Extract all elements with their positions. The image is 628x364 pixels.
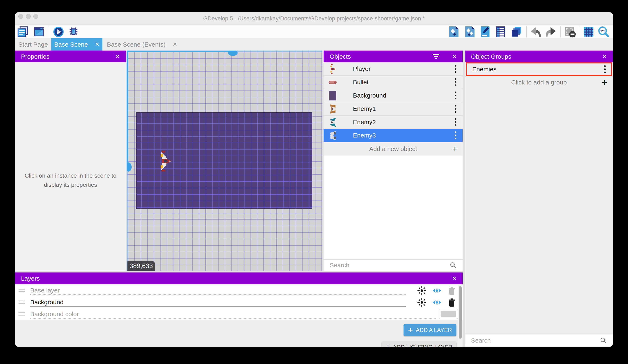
effects-icon[interactable] bbox=[417, 298, 427, 307]
add-object-label: Add a new object bbox=[369, 145, 417, 152]
redo-icon[interactable] bbox=[545, 26, 557, 38]
object-row-enemy3[interactable]: Enemy3 bbox=[323, 129, 463, 142]
object-menu-icon[interactable] bbox=[455, 118, 457, 126]
tab-label: Base Scene bbox=[54, 41, 88, 48]
objects-search-input[interactable]: Search bbox=[323, 259, 463, 271]
group-menu-icon[interactable] bbox=[604, 65, 606, 73]
object-menu-icon[interactable] bbox=[455, 131, 457, 139]
trash-icon[interactable] bbox=[447, 286, 457, 295]
close-panel-icon[interactable] bbox=[452, 275, 457, 282]
play-icon[interactable] bbox=[53, 26, 65, 38]
object-menu-icon[interactable] bbox=[455, 65, 457, 73]
object-groups-panel: Object Groups Enemies Click to add a gro… bbox=[465, 51, 613, 347]
search-icon bbox=[600, 337, 607, 344]
v-scrollbar-track[interactable] bbox=[127, 167, 128, 271]
grid-icon[interactable] bbox=[583, 26, 595, 38]
effects-icon[interactable] bbox=[417, 286, 427, 295]
object-row-player[interactable]: Player bbox=[323, 62, 463, 76]
svg-text:1:1: 1:1 bbox=[600, 29, 605, 33]
trash-icon[interactable] bbox=[447, 298, 457, 307]
layer-row-background[interactable]: Background bbox=[15, 296, 463, 308]
toolbar-divider bbox=[579, 26, 579, 37]
object-name: Enemy1 bbox=[353, 105, 376, 112]
layers-list: Base layer Background Background color bbox=[15, 285, 463, 320]
add-layer-button[interactable]: ADD A LAYER bbox=[403, 324, 457, 336]
drag-handle-icon[interactable] bbox=[18, 312, 25, 317]
cursor-coordinates-badge: 389;633 bbox=[127, 261, 155, 271]
gdevelop-window: GDevelop 5 - /Users/dkarakay/Documents/G… bbox=[15, 12, 613, 347]
visibility-eye-icon[interactable] bbox=[432, 286, 442, 295]
object-name: Background bbox=[353, 92, 386, 99]
layers-panel-icon[interactable] bbox=[510, 26, 522, 38]
background-color-swatch[interactable] bbox=[439, 309, 458, 319]
h-scrollbar[interactable] bbox=[127, 51, 233, 52]
object-groups-panel-icon[interactable] bbox=[464, 26, 476, 38]
layer-name-field[interactable]: Background color bbox=[30, 309, 436, 319]
enemy3-thumbnail bbox=[328, 130, 337, 141]
layer-row-background-color[interactable]: Background color bbox=[15, 308, 463, 320]
panel-title: Properties bbox=[21, 53, 50, 60]
object-row-background[interactable]: Background bbox=[323, 89, 463, 102]
tab-base-scene-events[interactable]: Base Scene (Events) bbox=[102, 38, 182, 51]
enemy1-thumbnail bbox=[328, 104, 337, 114]
h-scrollbar-thumb[interactable] bbox=[228, 51, 237, 56]
search-placeholder: Search bbox=[330, 262, 349, 269]
object-row-enemy2[interactable]: Enemy2 bbox=[323, 116, 463, 129]
main-toolbar: 1:1 bbox=[15, 25, 613, 38]
mask-instance-icon[interactable] bbox=[564, 26, 576, 38]
object-name: Bullet bbox=[353, 79, 369, 86]
visibility-eye-icon[interactable] bbox=[432, 298, 442, 307]
add-group-button[interactable]: Click to add a group bbox=[465, 76, 613, 89]
player-thumbnail bbox=[328, 64, 337, 74]
object-name: Player bbox=[353, 65, 371, 72]
drag-handle-icon[interactable] bbox=[18, 301, 25, 305]
layer-name-field[interactable]: Background bbox=[30, 298, 406, 307]
panel-title: Layers bbox=[21, 275, 40, 282]
start-page-icon[interactable] bbox=[33, 26, 45, 38]
object-row-enemy1[interactable]: Enemy1 bbox=[323, 102, 463, 116]
close-panel-icon[interactable] bbox=[602, 53, 607, 60]
tab-base-scene[interactable]: Base Scene bbox=[51, 38, 102, 51]
properties-panel-icon[interactable] bbox=[479, 26, 491, 38]
layer-name-field[interactable]: Base layer bbox=[30, 286, 406, 295]
layers-panel: Layers Base layer Background Background … bbox=[15, 272, 463, 347]
object-name: Enemy3 bbox=[353, 132, 376, 139]
h-scrollbar-track[interactable] bbox=[233, 51, 322, 52]
object-menu-icon[interactable] bbox=[455, 92, 457, 99]
v-scrollbar-thumb[interactable] bbox=[127, 162, 132, 172]
drag-handle-icon[interactable] bbox=[18, 289, 25, 293]
tab-label: Base Scene (Events) bbox=[107, 41, 165, 48]
object-menu-icon[interactable] bbox=[455, 78, 457, 86]
instances-list-icon[interactable] bbox=[494, 26, 507, 38]
bullet-thumbnail bbox=[328, 77, 337, 88]
zoom-1-1-icon[interactable]: 1:1 bbox=[597, 26, 610, 38]
scene-editor-canvas[interactable]: 389;633 bbox=[127, 51, 322, 271]
groups-search-input[interactable]: Search bbox=[465, 334, 613, 347]
objects-panel-header: Objects bbox=[323, 51, 463, 62]
object-row-bullet[interactable]: Bullet bbox=[323, 76, 463, 89]
objects-panel-icon[interactable] bbox=[448, 26, 460, 38]
debug-icon[interactable] bbox=[68, 26, 79, 38]
object-menu-icon[interactable] bbox=[455, 105, 457, 113]
project-manager-icon[interactable] bbox=[17, 26, 29, 38]
layers-scrollbar-thumb[interactable] bbox=[459, 286, 462, 339]
title-bar: GDevelop 5 - /Users/dkarakay/Documents/G… bbox=[15, 12, 613, 25]
toolbar-divider bbox=[560, 26, 561, 37]
layer-row-base[interactable]: Base layer bbox=[15, 285, 463, 296]
close-panel-icon[interactable] bbox=[452, 53, 457, 60]
v-scrollbar[interactable] bbox=[127, 51, 128, 167]
add-object-button[interactable]: Add a new object bbox=[323, 142, 463, 156]
player-instance[interactable] bbox=[159, 150, 172, 172]
plus-icon bbox=[408, 325, 413, 335]
add-lighting-layer-button[interactable]: ADD LIGHTING LAYER bbox=[382, 341, 457, 347]
add-group-label: Click to add a group bbox=[511, 79, 567, 86]
close-tab-icon[interactable] bbox=[95, 41, 99, 48]
tab-start-page[interactable]: Start Page bbox=[15, 38, 51, 51]
add-layer-label: ADD A LAYER bbox=[416, 327, 452, 333]
filter-icon[interactable] bbox=[433, 54, 439, 59]
close-tab-icon[interactable] bbox=[173, 41, 177, 48]
group-row-enemies[interactable]: Enemies bbox=[466, 62, 612, 76]
undo-icon[interactable] bbox=[530, 26, 542, 38]
close-panel-icon[interactable] bbox=[115, 53, 120, 60]
layers-panel-header: Layers bbox=[15, 272, 463, 284]
